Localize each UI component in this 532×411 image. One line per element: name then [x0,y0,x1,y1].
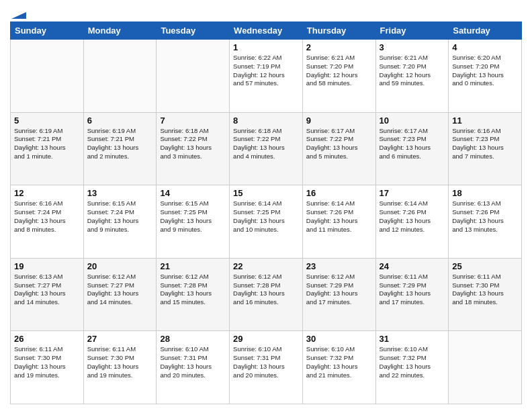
calendar-cell: 31Sunrise: 6:10 AMSunset: 7:32 PMDayligh… [375,331,449,404]
day-number: 15 [233,188,299,198]
calendar-cell: 8Sunrise: 6:18 AMSunset: 7:22 PMDaylight… [230,112,303,185]
calendar-cell: 7Sunrise: 6:18 AMSunset: 7:22 PMDaylight… [157,112,230,185]
day-info: Sunrise: 6:16 AMSunset: 7:24 PMDaylight:… [14,199,80,234]
day-number: 16 [306,188,372,198]
day-number: 10 [380,116,445,126]
day-number: 25 [452,261,518,271]
calendar-cell [11,40,84,113]
day-number: 7 [160,116,226,126]
calendar-header-thursday: Thursday [302,22,375,40]
calendar-week-3: 12Sunrise: 6:16 AMSunset: 7:24 PMDayligh… [11,185,522,259]
logo [10,7,26,16]
day-info: Sunrise: 6:16 AMSunset: 7:23 PMDaylight:… [452,127,518,161]
day-number: 2 [306,42,372,52]
calendar-header-tuesday: Tuesday [157,22,230,40]
calendar-cell: 26Sunrise: 6:11 AMSunset: 7:30 PMDayligh… [11,331,84,404]
calendar-cell: 11Sunrise: 6:16 AMSunset: 7:23 PMDayligh… [449,112,522,185]
calendar-cell: 25Sunrise: 6:11 AMSunset: 7:30 PMDayligh… [449,258,522,331]
day-info: Sunrise: 6:14 AMSunset: 7:25 PMDaylight:… [233,199,299,234]
day-number: 17 [380,188,445,198]
header [10,7,522,16]
calendar-cell: 23Sunrise: 6:12 AMSunset: 7:29 PMDayligh… [302,258,375,331]
day-number: 6 [87,116,153,126]
day-info: Sunrise: 6:15 AMSunset: 7:24 PMDaylight:… [87,199,153,234]
day-number: 11 [452,116,518,126]
calendar-header-row: SundayMondayTuesdayWednesdayThursdayFrid… [11,22,522,40]
calendar-cell: 15Sunrise: 6:14 AMSunset: 7:25 PMDayligh… [230,185,303,259]
calendar-cell: 21Sunrise: 6:12 AMSunset: 7:28 PMDayligh… [157,258,230,331]
calendar-cell: 9Sunrise: 6:17 AMSunset: 7:22 PMDaylight… [302,112,375,185]
calendar-table: SundayMondayTuesdayWednesdayThursdayFrid… [10,21,522,404]
day-info: Sunrise: 6:11 AMSunset: 7:30 PMDaylight:… [452,273,518,307]
calendar-cell [157,40,230,113]
calendar-cell: 10Sunrise: 6:17 AMSunset: 7:23 PMDayligh… [375,112,449,185]
day-info: Sunrise: 6:11 AMSunset: 7:30 PMDaylight:… [87,345,153,379]
day-info: Sunrise: 6:12 AMSunset: 7:27 PMDaylight:… [87,273,153,307]
calendar-cell: 13Sunrise: 6:15 AMSunset: 7:24 PMDayligh… [83,185,157,259]
calendar-cell: 3Sunrise: 6:21 AMSunset: 7:20 PMDaylight… [375,40,449,113]
day-number: 27 [87,334,153,344]
calendar-cell [449,331,522,404]
calendar-cell: 18Sunrise: 6:13 AMSunset: 7:26 PMDayligh… [449,185,522,259]
calendar-cell: 29Sunrise: 6:10 AMSunset: 7:31 PMDayligh… [230,331,303,404]
calendar-cell: 16Sunrise: 6:14 AMSunset: 7:26 PMDayligh… [302,185,375,259]
day-info: Sunrise: 6:20 AMSunset: 7:20 PMDaylight:… [452,54,518,88]
day-info: Sunrise: 6:10 AMSunset: 7:31 PMDaylight:… [160,345,226,379]
calendar-week-4: 19Sunrise: 6:13 AMSunset: 7:27 PMDayligh… [11,258,522,331]
day-info: Sunrise: 6:22 AMSunset: 7:19 PMDaylight:… [233,54,299,88]
day-info: Sunrise: 6:15 AMSunset: 7:25 PMDaylight:… [160,199,226,234]
calendar-cell: 2Sunrise: 6:21 AMSunset: 7:20 PMDaylight… [302,40,375,113]
calendar-header-saturday: Saturday [449,22,522,40]
day-number: 1 [233,42,299,52]
day-info: Sunrise: 6:10 AMSunset: 7:31 PMDaylight:… [233,345,299,379]
day-info: Sunrise: 6:21 AMSunset: 7:20 PMDaylight:… [306,54,372,88]
calendar-cell: 22Sunrise: 6:12 AMSunset: 7:28 PMDayligh… [230,258,303,331]
day-number: 4 [452,42,518,52]
calendar-cell: 30Sunrise: 6:10 AMSunset: 7:32 PMDayligh… [302,331,375,404]
calendar-header-sunday: Sunday [11,22,84,40]
calendar-cell: 4Sunrise: 6:20 AMSunset: 7:20 PMDaylight… [449,40,522,113]
day-number: 23 [306,261,372,271]
day-info: Sunrise: 6:13 AMSunset: 7:26 PMDaylight:… [452,199,518,234]
day-number: 5 [14,116,80,126]
day-number: 21 [160,261,226,271]
calendar-header-monday: Monday [83,22,157,40]
calendar-cell: 19Sunrise: 6:13 AMSunset: 7:27 PMDayligh… [11,258,84,331]
calendar-cell: 1Sunrise: 6:22 AMSunset: 7:19 PMDaylight… [230,40,303,113]
day-info: Sunrise: 6:10 AMSunset: 7:32 PMDaylight:… [306,345,372,379]
calendar-cell: 14Sunrise: 6:15 AMSunset: 7:25 PMDayligh… [157,185,230,259]
day-number: 19 [14,261,80,271]
calendar-week-5: 26Sunrise: 6:11 AMSunset: 7:30 PMDayligh… [11,331,522,404]
day-number: 28 [160,334,226,344]
day-number: 31 [380,334,445,344]
day-info: Sunrise: 6:21 AMSunset: 7:20 PMDaylight:… [380,54,445,88]
day-info: Sunrise: 6:11 AMSunset: 7:30 PMDaylight:… [14,345,80,379]
calendar-header-wednesday: Wednesday [230,22,303,40]
day-number: 26 [14,334,80,344]
calendar-week-1: 1Sunrise: 6:22 AMSunset: 7:19 PMDaylight… [11,40,522,113]
day-number: 20 [87,261,153,271]
day-info: Sunrise: 6:12 AMSunset: 7:29 PMDaylight:… [306,273,372,307]
calendar-cell: 6Sunrise: 6:19 AMSunset: 7:21 PMDaylight… [83,112,157,185]
svg-marker-0 [11,12,26,19]
day-number: 18 [452,188,518,198]
day-info: Sunrise: 6:18 AMSunset: 7:22 PMDaylight:… [160,127,226,161]
calendar-week-2: 5Sunrise: 6:19 AMSunset: 7:21 PMDaylight… [11,112,522,185]
calendar-cell: 5Sunrise: 6:19 AMSunset: 7:21 PMDaylight… [11,112,84,185]
day-info: Sunrise: 6:18 AMSunset: 7:22 PMDaylight:… [233,127,299,161]
day-number: 22 [233,261,299,271]
day-number: 8 [233,116,299,126]
calendar-cell: 12Sunrise: 6:16 AMSunset: 7:24 PMDayligh… [11,185,84,259]
day-number: 29 [233,334,299,344]
day-number: 9 [306,116,372,126]
day-info: Sunrise: 6:19 AMSunset: 7:21 PMDaylight:… [87,127,153,161]
day-number: 12 [14,188,80,198]
calendar-cell: 24Sunrise: 6:11 AMSunset: 7:29 PMDayligh… [375,258,449,331]
day-info: Sunrise: 6:14 AMSunset: 7:26 PMDaylight:… [306,199,372,234]
day-number: 24 [380,261,445,271]
day-number: 3 [380,42,445,52]
calendar-cell: 20Sunrise: 6:12 AMSunset: 7:27 PMDayligh… [83,258,157,331]
day-number: 13 [87,188,153,198]
day-info: Sunrise: 6:17 AMSunset: 7:22 PMDaylight:… [306,127,372,161]
day-number: 14 [160,188,226,198]
